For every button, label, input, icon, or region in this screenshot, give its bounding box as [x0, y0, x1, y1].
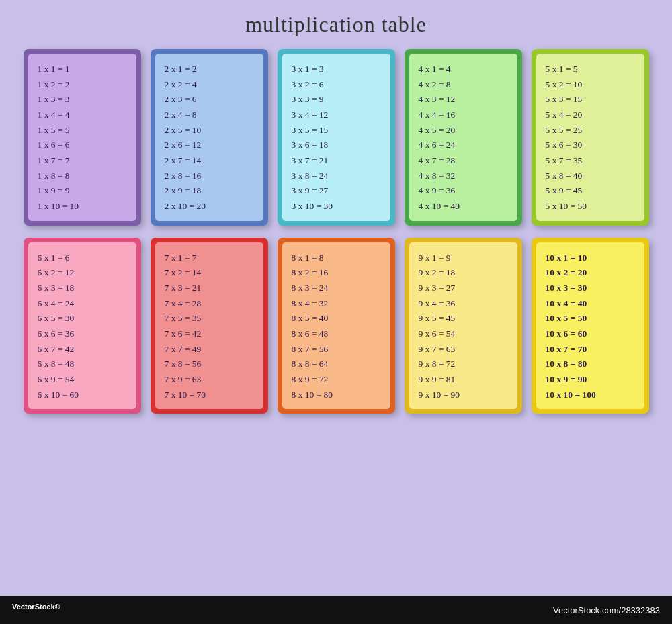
table-row: 9 x 5 = 45: [419, 311, 508, 326]
table-row: 4 x 2 = 8: [419, 77, 508, 93]
table-row: 5 x 10 = 50: [546, 199, 635, 214]
table-row: 5 x 6 = 30: [546, 138, 635, 153]
table-row: 10 x 10 = 100: [546, 388, 635, 403]
table-row: 5 x 2 = 10: [546, 77, 635, 93]
multiplication-card-9: 9 x 1 = 99 x 2 = 189 x 3 = 279 x 4 = 369…: [405, 238, 522, 414]
table-row: 8 x 8 = 64: [292, 357, 381, 372]
table-row: 9 x 2 = 18: [419, 265, 508, 281]
multiplication-card-1: 1 x 1 = 11 x 2 = 21 x 3 = 31 x 4 = 41 x …: [24, 49, 141, 226]
footer-bar: VectorStock® VectorStock.com/28332383: [0, 596, 672, 624]
table-row: 2 x 4 = 8: [165, 107, 254, 123]
table-row: 7 x 9 = 63: [165, 372, 254, 388]
grid-row-2: 6 x 1 = 66 x 2 = 126 x 3 = 186 x 4 = 246…: [24, 238, 649, 414]
table-row: 8 x 7 = 56: [292, 342, 381, 357]
multiplication-card-10: 10 x 1 = 1010 x 2 = 2010 x 3 = 3010 x 4 …: [532, 238, 649, 414]
table-row: 6 x 4 = 24: [38, 296, 127, 312]
table-row: 2 x 6 = 12: [165, 138, 254, 153]
table-row: 4 x 3 = 12: [419, 92, 508, 107]
table-row: 8 x 4 = 32: [292, 296, 381, 312]
table-row: 9 x 1 = 9: [419, 251, 508, 266]
table-row: 3 x 2 = 6: [292, 77, 381, 93]
table-row: 7 x 4 = 28: [165, 296, 254, 312]
table-row: 3 x 10 = 30: [292, 199, 381, 214]
footer-url: VectorStock.com/28332383: [553, 605, 660, 615]
table-row: 5 x 4 = 20: [546, 107, 635, 123]
table-row: 10 x 2 = 20: [546, 265, 635, 281]
multiplication-card-2: 2 x 1 = 22 x 2 = 42 x 3 = 62 x 4 = 82 x …: [151, 49, 268, 226]
table-row: 7 x 1 = 7: [165, 251, 254, 266]
table-row: 9 x 3 = 27: [419, 281, 508, 296]
table-row: 7 x 2 = 14: [165, 265, 254, 281]
table-row: 4 x 10 = 40: [419, 199, 508, 214]
table-row: 9 x 10 = 90: [419, 388, 508, 403]
table-row: 6 x 1 = 6: [38, 251, 127, 266]
table-row: 6 x 7 = 42: [38, 342, 127, 357]
cards-grid: 1 x 1 = 11 x 2 = 21 x 3 = 31 x 4 = 41 x …: [11, 49, 661, 414]
table-row: 1 x 10 = 10: [38, 199, 127, 214]
table-row: 2 x 3 = 6: [165, 92, 254, 107]
multiplication-card-5: 5 x 1 = 55 x 2 = 105 x 3 = 155 x 4 = 205…: [532, 49, 649, 226]
grid-row-1: 1 x 1 = 11 x 2 = 21 x 3 = 31 x 4 = 41 x …: [24, 49, 649, 226]
table-row: 3 x 7 = 21: [292, 153, 381, 169]
table-row: 8 x 3 = 24: [292, 281, 381, 296]
table-row: 1 x 3 = 3: [38, 92, 127, 107]
table-row: 10 x 9 = 90: [546, 372, 635, 388]
table-row: 1 x 6 = 6: [38, 138, 127, 153]
table-row: 4 x 1 = 4: [419, 62, 508, 77]
table-row: 5 x 3 = 15: [546, 92, 635, 107]
table-row: 3 x 4 = 12: [292, 107, 381, 123]
table-row: 8 x 5 = 40: [292, 311, 381, 326]
multiplication-card-3: 3 x 1 = 33 x 2 = 63 x 3 = 93 x 4 = 123 x…: [278, 49, 395, 226]
table-row: 2 x 8 = 16: [165, 169, 254, 184]
table-row: 10 x 4 = 40: [546, 296, 635, 312]
table-row: 4 x 7 = 28: [419, 153, 508, 169]
table-row: 6 x 6 = 36: [38, 326, 127, 342]
table-row: 7 x 7 = 49: [165, 342, 254, 357]
multiplication-card-7: 7 x 1 = 77 x 2 = 147 x 3 = 217 x 4 = 287…: [151, 238, 268, 414]
table-row: 1 x 8 = 8: [38, 169, 127, 184]
table-row: 6 x 2 = 12: [38, 265, 127, 281]
table-row: 4 x 9 = 36: [419, 183, 508, 199]
table-row: 9 x 7 = 63: [419, 342, 508, 357]
table-row: 2 x 10 = 20: [165, 199, 254, 214]
table-row: 10 x 5 = 50: [546, 311, 635, 326]
table-row: 4 x 6 = 24: [419, 138, 508, 153]
table-row: 3 x 1 = 3: [292, 62, 381, 77]
table-row: 1 x 4 = 4: [38, 107, 127, 123]
table-row: 9 x 9 = 81: [419, 372, 508, 388]
table-row: 1 x 9 = 9: [38, 183, 127, 199]
footer-brand: VectorStock®: [12, 603, 60, 617]
trademark-symbol: ®: [55, 603, 60, 611]
multiplication-card-6: 6 x 1 = 66 x 2 = 126 x 3 = 186 x 4 = 246…: [24, 238, 141, 414]
table-row: 4 x 8 = 32: [419, 169, 508, 184]
table-row: 1 x 1 = 1: [38, 62, 127, 77]
table-row: 7 x 3 = 21: [165, 281, 254, 296]
table-row: 8 x 10 = 80: [292, 388, 381, 403]
table-row: 7 x 10 = 70: [165, 388, 254, 403]
table-row: 1 x 5 = 5: [38, 123, 127, 138]
brand-name: VectorStock: [12, 603, 55, 611]
table-row: 6 x 3 = 18: [38, 281, 127, 296]
table-row: 4 x 4 = 16: [419, 107, 508, 123]
table-row: 2 x 9 = 18: [165, 183, 254, 199]
table-row: 5 x 9 = 45: [546, 183, 635, 199]
table-row: 2 x 2 = 4: [165, 77, 254, 93]
table-row: 5 x 7 = 35: [546, 153, 635, 169]
table-row: 10 x 3 = 30: [546, 281, 635, 296]
table-row: 3 x 8 = 24: [292, 169, 381, 184]
table-row: 9 x 4 = 36: [419, 296, 508, 312]
table-row: 6 x 8 = 48: [38, 357, 127, 372]
table-row: 9 x 8 = 72: [419, 357, 508, 372]
table-row: 8 x 6 = 48: [292, 326, 381, 342]
table-row: 1 x 2 = 2: [38, 77, 127, 93]
table-row: 7 x 8 = 56: [165, 357, 254, 372]
table-row: 7 x 6 = 42: [165, 326, 254, 342]
table-row: 2 x 1 = 2: [165, 62, 254, 77]
table-row: 5 x 5 = 25: [546, 123, 635, 138]
table-row: 2 x 5 = 10: [165, 123, 254, 138]
table-row: 6 x 5 = 30: [38, 311, 127, 326]
table-row: 6 x 10 = 60: [38, 388, 127, 403]
table-row: 3 x 5 = 15: [292, 123, 381, 138]
table-row: 3 x 9 = 27: [292, 183, 381, 199]
table-row: 6 x 9 = 54: [38, 372, 127, 388]
